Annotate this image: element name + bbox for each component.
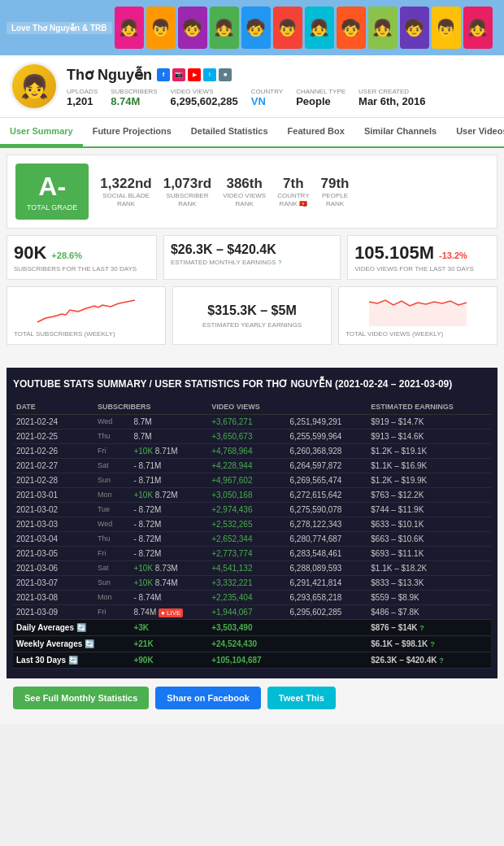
tab-user-videos[interactable]: User Videos xyxy=(446,118,504,146)
nav-tabs: User Summary Future Projections Detailed… xyxy=(0,118,504,148)
banner-char: 👧 xyxy=(210,7,239,49)
subscribers-chart-card: TOTAL SUBSCRIBERS (WEEKLY) xyxy=(7,286,166,345)
monthly-earnings-card: $26.3K – $420.4K ESTIMATED MONTHLY EARNI… xyxy=(163,235,341,280)
people-rank: 79th PEOPLERANK xyxy=(321,176,350,207)
table-row: 2021-03-04 Thu - 8.72M +2,652,344 6,280,… xyxy=(13,531,491,546)
daily-averages-row: Daily Averages 🔄 +3K +3,503,490 $876 – $… xyxy=(13,619,491,635)
banner-char: 👧 xyxy=(115,7,144,49)
banner-char: 🧒 xyxy=(178,7,207,49)
table-row: 2021-03-02 Tue - 8.72M +2,974,436 6,275,… xyxy=(13,502,491,517)
col-date: DATE xyxy=(13,399,94,415)
video-views-30days-card: 105.105M -13.2% VIDEO VIEWS FOR THE LAST… xyxy=(347,235,497,280)
subscribers-stat: SUBSCRIBERS 8.74M xyxy=(111,88,157,107)
col-earnings: ESTIMATED EARNINGS xyxy=(367,399,491,415)
banner-title: Love Thơ Nguyễn & TRB xyxy=(7,22,112,34)
stats-table: DATE SUBSCRIBERS VIDEO VIEWS ESTIMATED E… xyxy=(13,399,491,669)
table-row: 2021-03-03 Wed - 8.72M +2,532,265 6,278,… xyxy=(13,517,491,531)
table-row: 2021-02-24 Wed 8.7M +3,676,271 6,251,949… xyxy=(13,414,491,429)
facebook-icon[interactable]: f xyxy=(157,68,170,81)
banner-char: 👦 xyxy=(432,7,461,49)
stats-table-section: YOUTUBE STATS SUMMARY / USER STATISTICS … xyxy=(7,368,497,678)
country-stat: COUNTRY VN xyxy=(251,88,283,107)
country-rank: 7th COUNTRYRANK 🇻🇳 xyxy=(277,176,309,207)
tab-future-projections[interactable]: Future Projections xyxy=(83,118,181,146)
user-created-stat: USER CREATED Mar 6th, 2016 xyxy=(358,88,425,107)
see-full-monthly-stats-button[interactable]: See Full Monthly Statistics xyxy=(13,687,149,709)
table-row: 2021-03-06 Sat +10K 8.73M +4,541,132 6,2… xyxy=(13,560,491,575)
tab-detailed-statistics[interactable]: Detailed Statistics xyxy=(181,118,278,146)
banner-char: 🧒 xyxy=(241,7,271,49)
banner-char: 🧒 xyxy=(400,7,429,49)
col-subscribers: SUBSCRIBERS xyxy=(94,399,208,415)
avatar: 👧 xyxy=(10,62,59,111)
grade-ranks-section: A- TOTAL GRADE 1,322nd SOCIAL BLADERANK … xyxy=(7,155,497,229)
table-row: 2021-03-05 Fri - 8.72M +2,773,774 6,283,… xyxy=(13,546,491,560)
video-views-rank: 386th VIDEO VIEWSRANK xyxy=(223,176,266,207)
twitter-icon[interactable]: t xyxy=(203,68,216,81)
share-on-facebook-button[interactable]: Share on Facebook xyxy=(155,687,260,709)
subscribers-30days-card: 90K +28.6% SUBSCRIBERS FOR THE LAST 30 D… xyxy=(7,235,157,280)
instagram-icon[interactable]: 📷 xyxy=(172,68,185,81)
misc-icon[interactable]: ■ xyxy=(219,68,232,81)
profile-row: 👧 Thơ Nguyễn f 📷 ▶ t ■ UPLOADS 1,201 SUB… xyxy=(0,55,504,118)
video-views-chart-card: TOTAL VIDEO VIEWS (WEEKLY) xyxy=(338,286,497,345)
social-blade-rank: 1,322nd SOCIAL BLADERANK xyxy=(100,176,151,207)
table-row: 2021-03-01 Mon +10K 8.72M +3,050,168 6,2… xyxy=(13,487,491,502)
banner-char: 👧 xyxy=(368,7,398,49)
table-row: 2021-03-09 Fri 8.74M ● LIVE +1,944,067 6… xyxy=(13,604,491,619)
ranks-grid: 1,322nd SOCIAL BLADERANK 1,073rd SUBSCRI… xyxy=(100,176,349,207)
spacer xyxy=(7,351,497,368)
yearly-earnings-card: $315.3K – $5M ESTIMATED YEARLY EARNINGS xyxy=(172,286,332,345)
live-badge: ● LIVE xyxy=(159,608,183,617)
footer-buttons: See Full Monthly Statistics Share on Fac… xyxy=(7,678,497,717)
tab-featured-box[interactable]: Featured Box xyxy=(278,118,354,146)
chart-earnings-row: TOTAL SUBSCRIBERS (WEEKLY) $315.3K – $5M… xyxy=(7,286,497,345)
stats-cards-row: 90K +28.6% SUBSCRIBERS FOR THE LAST 30 D… xyxy=(7,235,497,280)
table-row: 2021-02-26 Fri +10K 8.71M +4,768,964 6,2… xyxy=(13,443,491,458)
last-30-days-row: Last 30 Days 🔄 +90K +105,104,687 $26.3K … xyxy=(13,652,491,668)
uploads-stat: UPLOADS 1,201 xyxy=(67,88,98,107)
banner-char: 👧 xyxy=(463,7,493,49)
stats-table-title: YOUTUBE STATS SUMMARY / USER STATISTICS … xyxy=(13,377,491,391)
weekly-averages-row: Weekly Averages 🔄 +21K +24,524,430 $6.1K… xyxy=(13,635,491,652)
col-video-views: VIDEO VIEWS xyxy=(208,399,367,415)
table-row: 2021-02-28 Sun - 8.71M +4,967,602 6,269,… xyxy=(13,473,491,487)
table-row: 2021-02-27 Sat - 8.71M +4,228,944 6,264,… xyxy=(13,458,491,473)
subscriber-rank: 1,073rd SUBSCRIBERRANK xyxy=(163,176,212,207)
video-views-stat: VIDEO VIEWS 6,295,602,285 xyxy=(171,88,238,107)
banner-char: 👦 xyxy=(273,7,302,49)
table-row: 2021-03-07 Sun +10K 8.74M +3,332,221 6,2… xyxy=(13,575,491,590)
tab-similar-channels[interactable]: Similar Channels xyxy=(354,118,446,146)
banner-char: 👧 xyxy=(305,7,334,49)
social-icons: f 📷 ▶ t ■ xyxy=(157,68,232,81)
tweet-this-button[interactable]: Tweet This xyxy=(267,687,336,709)
grade-box: A- TOTAL GRADE xyxy=(15,164,89,220)
table-row: 2021-03-08 Mon - 8.74M +2,235,404 6,293,… xyxy=(13,590,491,604)
table-row: 2021-02-25 Thu 8.7M +3,650,673 6,255,599… xyxy=(13,429,491,443)
tab-user-summary[interactable]: User Summary xyxy=(0,118,83,146)
channel-name: Thơ Nguyễn xyxy=(67,66,152,84)
banner-char: 🧒 xyxy=(337,7,366,49)
channel-type-stat: CHANNEL TYPE People xyxy=(296,88,345,107)
banner-char: 👦 xyxy=(146,7,176,49)
banner: Love Thơ Nguyễn & TRB 👧 👦 🧒 👧 🧒 👦 👧 🧒 👧 … xyxy=(0,0,504,55)
youtube-icon[interactable]: ▶ xyxy=(188,68,201,81)
